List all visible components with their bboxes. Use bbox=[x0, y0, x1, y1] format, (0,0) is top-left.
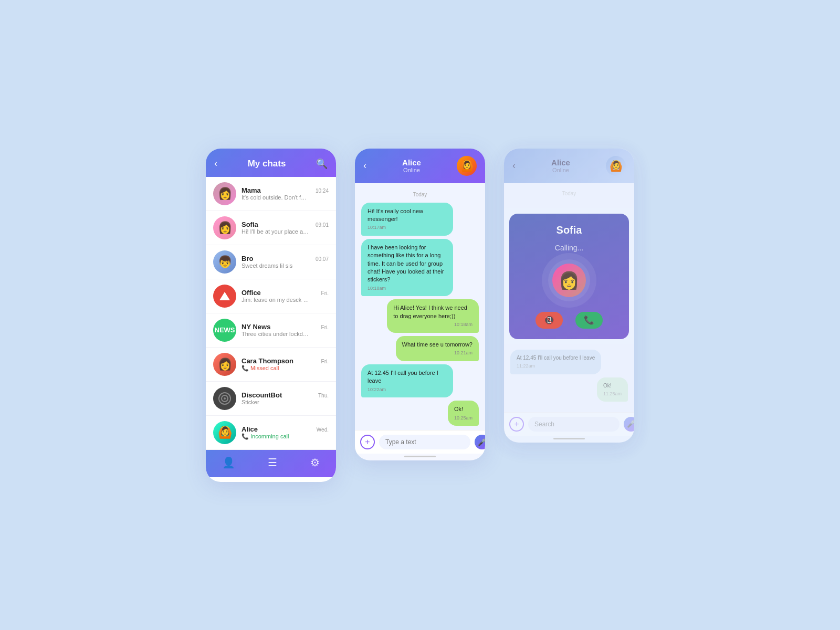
avatar-alice: 🙆 bbox=[213, 421, 236, 444]
call-overlay: Sofia Calling... 👩 📵 📞 bbox=[509, 214, 629, 339]
call-msg-time-2: 11:25am bbox=[603, 391, 622, 397]
home-indicator-2 bbox=[404, 456, 436, 457]
chat-info-cara: Cara Thompson Fri. 📞 Missed call bbox=[242, 357, 329, 372]
chat-back-icon[interactable]: ‹ bbox=[363, 160, 366, 171]
chat-info-bro: Bro 00:07 Sweet dreams lil sis bbox=[242, 255, 329, 269]
reject-call-button[interactable]: 📵 bbox=[536, 312, 563, 329]
chat-preview-discount: Sticker bbox=[242, 399, 310, 405]
chat-info-discount: DiscountBot Thu. Sticker bbox=[242, 391, 329, 405]
call-msg-2: Ok! 11:25am bbox=[597, 377, 628, 402]
msg-time-4: 10:21am bbox=[402, 350, 473, 356]
chat-contact-name: Alice bbox=[372, 158, 452, 167]
chat-item-cara[interactable]: 👩 Cara Thompson Fri. 📞 Missed call bbox=[206, 348, 336, 382]
chat-item-mama[interactable]: 👩 Mama 10:24 It's cold outside. Don't fo… bbox=[206, 177, 336, 211]
msg-time-1: 10:17am bbox=[368, 224, 447, 231]
chat-time-alice: Wed. bbox=[317, 427, 329, 433]
msg-time-5: 10:22am bbox=[368, 386, 447, 393]
call-msg-time-1: 11:22am bbox=[517, 363, 595, 370]
chats-title: My chats bbox=[217, 159, 316, 169]
chat-info-nynews: NY News Fri. Three cities under lockdown… bbox=[242, 323, 329, 337]
chat-time-discount: Thu. bbox=[318, 393, 329, 398]
chat-time-sofia: 09:01 bbox=[316, 222, 329, 228]
home-indicator-3 bbox=[553, 438, 585, 439]
chat-info-mama: Mama 10:24 It's cold outside. Don't forg… bbox=[242, 186, 329, 201]
message-2: I have been looking for something like t… bbox=[361, 239, 453, 297]
chat-info-sofia: Sofia 09:01 Hi! I'll be at your place at… bbox=[242, 220, 329, 235]
call-messages: At 12.45 I'll call you before I leave 11… bbox=[504, 344, 634, 412]
chat-info-office: Office Fri. Jim: leave on my desck Olivi… bbox=[242, 289, 329, 303]
message-6: Ok! 10:25am bbox=[448, 401, 479, 426]
chat-name-mama: Mama bbox=[242, 186, 261, 194]
chat-name-bro: Bro bbox=[242, 255, 253, 262]
call-avatar: 👩 bbox=[552, 264, 586, 297]
chat-item-bro[interactable]: 👦 Bro 00:07 Sweet dreams lil sis bbox=[206, 245, 336, 279]
chat-name-office: Office bbox=[242, 289, 261, 297]
call-input-bar: + 🎤 bbox=[504, 412, 634, 436]
chat-preview-nynews: Three cities under lockdown as coronavir… bbox=[242, 331, 310, 337]
phone-chat: ‹ Alice Online 🙆 Today Hi! It's really c… bbox=[355, 149, 485, 461]
chat-contact-avatar: 🙆 bbox=[457, 156, 477, 176]
svg-point-3 bbox=[224, 397, 226, 400]
chat-name-sofia: Sofia bbox=[242, 220, 258, 228]
chats-nav-icon[interactable]: ☰ bbox=[268, 456, 277, 469]
avatar-cara: 👩 bbox=[213, 353, 236, 376]
phone-chats: ‹ My chats 🔍 👩 Mama 10:24 It's cold outs… bbox=[206, 149, 336, 482]
msg-time-3: 10:18am bbox=[393, 321, 472, 328]
message-3: Hi Alice! Yes! I think we need to drag e… bbox=[387, 299, 479, 332]
chat-time-bro: 00:07 bbox=[316, 256, 329, 262]
avatar-nynews: NEWS bbox=[213, 319, 236, 342]
search-icon[interactable]: 🔍 bbox=[316, 158, 328, 170]
msg-time-6: 10:25am bbox=[454, 415, 472, 422]
chat-time-mama: 10:24 bbox=[316, 188, 329, 194]
chat-header-info: Alice Online bbox=[372, 158, 452, 173]
chat-header: ‹ Alice Online 🙆 bbox=[355, 149, 485, 183]
bottom-nav: 👤 ☰ ⚙ bbox=[206, 450, 336, 477]
chat-preview-sofia: Hi! I'll be at your place at 9.30 See yo… bbox=[242, 228, 310, 235]
call-buttons: 📵 📞 bbox=[536, 312, 603, 329]
chat-preview-bro: Sweet dreams lil sis bbox=[242, 262, 310, 269]
call-mic-button[interactable]: 🎤 bbox=[624, 417, 634, 432]
call-contact-status: Online bbox=[521, 167, 601, 173]
chat-item-alice[interactable]: 🙆 Alice Wed. 📞 Incomming call bbox=[206, 416, 336, 450]
chat-time-cara: Fri. bbox=[321, 359, 329, 364]
chat-item-sofia[interactable]: 👩 Sofia 09:01 Hi! I'll be at your place … bbox=[206, 211, 336, 245]
chat-name-alice: Alice bbox=[242, 425, 258, 433]
chat-name-discount: DiscountBot bbox=[242, 391, 282, 399]
message-5: At 12.45 I'll call you before I leave 10… bbox=[361, 364, 453, 397]
add-button[interactable]: + bbox=[360, 435, 375, 449]
chat-input-bar: + 🎤 bbox=[355, 430, 485, 454]
blurred-messages: Today bbox=[504, 183, 634, 208]
caller-status: Calling... bbox=[555, 244, 583, 252]
chat-item-office[interactable]: Office Fri. Jim: leave on my desck Olivi… bbox=[206, 279, 336, 313]
chat-item-nynews[interactable]: NEWS NY News Fri. Three cities under loc… bbox=[206, 313, 336, 348]
msg-time-2: 10:18am bbox=[368, 285, 447, 292]
chat-preview-cara: 📞 Missed call bbox=[242, 365, 310, 372]
avatar-mama: 👩 bbox=[213, 182, 236, 205]
call-header: ‹ Alice Online 🙆 bbox=[504, 149, 634, 183]
message-input[interactable] bbox=[379, 435, 470, 449]
call-msg-1: At 12.45 I'll call you before I leave 11… bbox=[510, 350, 601, 374]
app-container: ‹ My chats 🔍 👩 Mama 10:24 It's cold outs… bbox=[185, 128, 655, 503]
date-divider: Today bbox=[361, 192, 479, 197]
chat-time-office: Fri. bbox=[321, 290, 329, 296]
caller-name: Sofia bbox=[556, 224, 582, 236]
call-back-icon[interactable]: ‹ bbox=[512, 160, 516, 171]
call-search-input[interactable] bbox=[528, 417, 620, 432]
chat-time-nynews: Fri. bbox=[321, 324, 329, 330]
home-indicator bbox=[255, 480, 287, 482]
avatar-bro: 👦 bbox=[213, 250, 236, 274]
accept-call-button[interactable]: 📞 bbox=[575, 312, 603, 329]
call-contact-avatar: 🙆 bbox=[606, 156, 626, 176]
svg-marker-0 bbox=[219, 292, 230, 300]
chat-name-cara: Cara Thompson bbox=[242, 357, 293, 365]
call-contact-name: Alice bbox=[521, 158, 601, 167]
chat-preview-alice: 📞 Incomming call bbox=[242, 433, 310, 440]
mic-button[interactable]: 🎤 bbox=[475, 435, 485, 449]
phone-call: ‹ Alice Online 🙆 Today Sofia Calling... … bbox=[504, 149, 634, 443]
call-add-button[interactable]: + bbox=[509, 417, 524, 432]
avatar-sofia: 👩 bbox=[213, 216, 236, 239]
chat-item-discount[interactable]: DiscountBot Thu. Sticker bbox=[206, 382, 336, 416]
settings-nav-icon[interactable]: ⚙ bbox=[310, 456, 320, 469]
call-avatar-wrapper: 👩 bbox=[548, 259, 590, 301]
contacts-nav-icon[interactable]: 👤 bbox=[222, 456, 235, 469]
